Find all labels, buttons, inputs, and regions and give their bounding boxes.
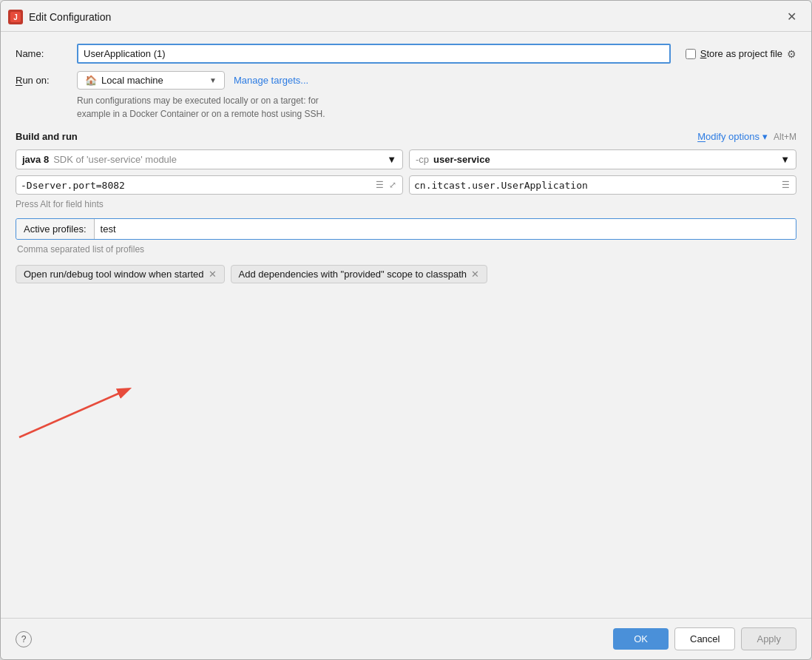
store-row: Store as project file ⚙: [686, 48, 796, 60]
tag-label-add-deps: Add dependencies with "provided" scope t…: [239, 269, 467, 280]
cp-dropdown-arrow: ▼: [780, 154, 790, 165]
tag-close-add-deps[interactable]: ✕: [471, 269, 479, 279]
active-profiles-label: Active profiles:: [16, 219, 95, 239]
sdk-dropdown[interactable]: java 8 SDK of 'user-service' module ▼: [16, 149, 403, 169]
main-class-input[interactable]: [414, 180, 780, 191]
app-icon: J: [8, 10, 23, 24]
active-profiles-row: Active profiles:: [16, 218, 796, 240]
sdk-version: java 8: [22, 154, 49, 165]
shortcut-hint: Alt+M: [774, 132, 796, 142]
cp-value: user-service: [433, 154, 490, 165]
sdk-detail: SDK of 'user-service' module: [53, 154, 177, 165]
build-run-section-header: Build and run Modify options ▾ Alt+M: [16, 131, 796, 142]
edit-configuration-dialog: J Edit Configuration ✕ Name: Store as pr…: [0, 0, 812, 660]
chevron-down-icon: ▾: [762, 131, 768, 142]
jvm-main-row: ☰ ⤢ ☰: [16, 175, 796, 195]
run-on-dropdown[interactable]: 🏠 Local machine ▼: [77, 71, 225, 90]
title-bar: J Edit Configuration ✕: [1, 1, 811, 32]
tag-open-run-debug: Open run/debug tool window when started …: [16, 265, 225, 283]
run-on-value: Local machine: [101, 75, 163, 86]
sdk-cp-row: java 8 SDK of 'user-service' module ▼ -c…: [16, 149, 796, 169]
tag-label-open-run: Open run/debug tool window when started: [24, 269, 204, 280]
dialog-title: Edit Configuration: [29, 11, 782, 23]
run-on-hint: Run configurations may be executed local…: [77, 94, 796, 121]
tag-add-dependencies: Add dependencies with "provided" scope t…: [231, 265, 487, 283]
run-on-label: Run on:: [16, 75, 71, 86]
main-class-wrap: ☰: [409, 175, 796, 195]
active-profiles-input[interactable]: [95, 219, 796, 239]
close-button[interactable]: ✕: [782, 8, 801, 25]
dialog-footer: ? OK Cancel Apply: [1, 618, 811, 659]
dropdown-arrow-icon: ▼: [209, 76, 217, 84]
jvm-options-wrap: ☰ ⤢: [16, 175, 403, 195]
body-spacer: [16, 292, 796, 606]
modify-options-area: Modify options ▾ Alt+M: [697, 131, 796, 142]
name-label: Name:: [16, 48, 71, 59]
jvm-edit-icon[interactable]: ☰: [374, 179, 385, 191]
dialog-body: Name: Store as project file ⚙ Run on: 🏠 …: [1, 32, 811, 618]
jvm-icon-buttons: ☰ ⤢: [374, 179, 398, 191]
section-title: Build and run: [16, 131, 78, 142]
jvm-expand-icon[interactable]: ⤢: [388, 179, 398, 191]
tag-close-open-run[interactable]: ✕: [209, 269, 217, 279]
manage-targets-button[interactable]: Manage targets...: [234, 75, 308, 86]
apply-button[interactable]: Apply: [741, 627, 796, 650]
cancel-button[interactable]: Cancel: [674, 627, 735, 650]
store-project-file-checkbox[interactable]: [686, 49, 696, 59]
sdk-dropdown-arrow: ▼: [387, 154, 396, 165]
gear-icon: ⚙: [787, 48, 796, 60]
field-hints-text: Press Alt for field hints: [16, 199, 796, 209]
home-icon: 🏠: [85, 75, 97, 86]
cp-dropdown[interactable]: -cp user-service ▼: [409, 149, 796, 169]
tags-row: Open run/debug tool window when started …: [16, 265, 796, 283]
jvm-options-input[interactable]: [21, 180, 374, 191]
main-class-edit-icon[interactable]: ☰: [780, 179, 791, 191]
profiles-hint: Comma separated list of profiles: [17, 244, 796, 255]
name-row: Name: Store as project file ⚙: [16, 44, 796, 64]
cp-flag: -cp: [416, 154, 429, 165]
modify-options-button[interactable]: Modify options ▾: [697, 131, 768, 142]
name-input[interactable]: [77, 44, 671, 64]
help-button[interactable]: ?: [16, 631, 32, 647]
svg-text:J: J: [13, 13, 18, 21]
store-label: Store as project file: [700, 48, 782, 59]
ok-button[interactable]: OK: [613, 628, 669, 650]
run-on-row: Run on: 🏠 Local machine ▼ Manage targets…: [16, 71, 796, 90]
